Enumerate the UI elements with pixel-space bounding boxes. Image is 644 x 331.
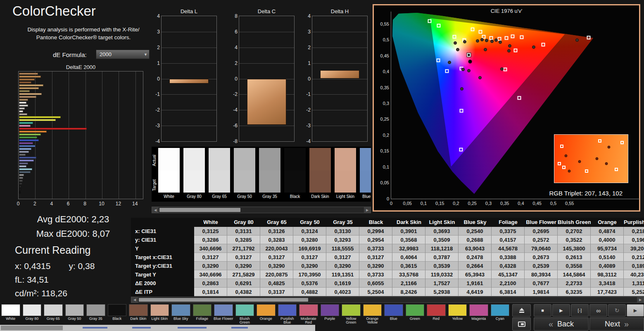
eject-button[interactable] (512, 304, 531, 317)
stop-button[interactable]: ■ (534, 304, 551, 317)
table-cell: 0,4882 (293, 288, 326, 296)
swatch-blue[interactable]: Blue (383, 303, 404, 326)
table-cell: 0,3127 (326, 253, 359, 262)
swatch-black[interactable]: Black (107, 303, 128, 326)
swatch-cyan[interactable]: Cyan (490, 303, 511, 326)
swatch-label: Yellow (447, 317, 468, 321)
swatch-label: Blue (383, 317, 404, 321)
swatch-chip (214, 304, 233, 316)
swatch-orange[interactable]: Orange (255, 303, 277, 326)
table-scrollbar[interactable]: ◀ ▶ (131, 297, 644, 303)
swatch-blue-flower[interactable]: Blue Flower (213, 303, 234, 326)
swatch-moderate-red[interactable]: Moderate Red (298, 303, 319, 326)
swatch-label: Magenta (468, 317, 490, 321)
current-x: x: 0,4315 (15, 261, 50, 271)
measured-point (507, 49, 511, 52)
display-mode-button[interactable] (512, 317, 531, 331)
swatch-chip (406, 304, 425, 316)
table-cell: 6,3235 (558, 288, 591, 296)
table-row: Target x:CIE310,31270,31270,31270,31270,… (131, 253, 644, 262)
table-cell: 0,3388 (492, 253, 525, 262)
range-button[interactable]: [-] (571, 304, 589, 317)
table-cell: 0,3615 (392, 262, 425, 270)
swatch-label: Blue Flower (213, 317, 234, 321)
scroll-right-button[interactable]: ▶ (364, 207, 371, 213)
swatch-chip (469, 304, 488, 316)
swatch-white[interactable]: White (0, 303, 21, 326)
panel-toggle-button[interactable]: ▶ (627, 304, 644, 317)
swatch-chip (44, 304, 63, 316)
next-button[interactable]: Next » (589, 317, 644, 331)
swatch-chip (235, 304, 254, 316)
swatch-bluish-green[interactable]: Bluish Green (234, 303, 256, 326)
swatch-magenta[interactable]: Magenta (468, 303, 490, 326)
swatch-purple[interactable]: Purple (319, 303, 341, 326)
table-cell: 118,1218 (425, 244, 459, 253)
axis-tick-label: 2 (227, 60, 238, 66)
patch-strip-scrollbar[interactable]: ◀ ▶ (152, 207, 371, 213)
axis-tick-label: -2 (149, 107, 160, 113)
table-cell: 5,2523 (624, 288, 644, 296)
table-cell: 0,3285 (227, 236, 260, 244)
patch-label: Gray 65 (209, 193, 230, 200)
swatch-yellow[interactable]: Yellow (447, 303, 468, 326)
axis-tick-label: 0,35 (499, 201, 511, 206)
swatch-light-skin[interactable]: Light Skin (149, 303, 171, 326)
patch-swatch (335, 148, 356, 193)
measured-point (454, 41, 457, 45)
loop-button[interactable]: ∞ (589, 304, 607, 317)
measured-point (461, 68, 465, 71)
swatch-blue-sky[interactable]: Blue Sky (170, 303, 192, 326)
scrollbar-thumb[interactable] (139, 298, 308, 302)
table-cell: 145,3800 (558, 244, 591, 253)
table-cell: 0,5140 (591, 253, 624, 262)
table-cell: 4,6419 (459, 288, 492, 296)
swatch-gray-80[interactable]: Gray 80 (21, 303, 43, 326)
swatch-gray-50[interactable]: Gray 50 (64, 303, 86, 326)
swatch-gray-65[interactable]: Gray 65 (43, 303, 64, 326)
deltae-bar (19, 145, 36, 147)
patch-label: Gray 80 (183, 193, 205, 200)
axis-tick-label: 0,5 (376, 37, 389, 42)
swatch-gray-35[interactable]: Gray 35 (85, 303, 107, 326)
patch-swatch (309, 148, 331, 193)
back-chevron-icon: « (549, 319, 553, 329)
swatch-purplish-blue[interactable]: Purplish Blue (277, 303, 298, 326)
axis-tick-label: 0,35 (376, 85, 389, 90)
inset-target-point (585, 169, 588, 173)
swatch-red[interactable]: Red (425, 303, 447, 326)
target-point (436, 58, 440, 62)
patch-swatch (158, 148, 180, 193)
scroll-right-button[interactable]: ▶ (637, 297, 644, 302)
column-header: Dark Skin (392, 218, 425, 227)
swatch-orange-yellow[interactable]: Orange Yellow (362, 303, 383, 326)
swatch-dark-skin[interactable]: Dark Skin (128, 303, 149, 326)
description-line1: Display analysis is performed with the X… (28, 26, 140, 33)
scroll-left-button[interactable]: ◀ (152, 207, 159, 213)
scrollbar-thumb[interactable] (159, 208, 240, 212)
back-button[interactable]: « Back (534, 317, 589, 331)
swatch-foliage[interactable]: Foliage (192, 303, 213, 326)
swatch-yellow-green[interactable]: Yellow Green (340, 303, 362, 326)
patch-label: Dark Skin (309, 193, 331, 200)
table-cell: 271,5829 (227, 270, 260, 279)
target-point (504, 67, 507, 71)
patch-label: Black (284, 193, 306, 200)
inset-measured-point (607, 146, 610, 149)
eject-icon (519, 308, 524, 313)
de-formula-dropdown[interactable]: 2000 ▼ (96, 50, 150, 59)
deltae-bar (19, 160, 34, 162)
play-button[interactable]: ▶ (552, 304, 570, 317)
gridline (69, 71, 69, 199)
scroll-left-button[interactable]: ◀ (131, 297, 138, 302)
deltae-bar (19, 81, 31, 83)
play-icon: ▶ (559, 308, 563, 313)
table-cell: 0,4023 (326, 288, 359, 296)
axis-tick-label: 0,4 (376, 69, 389, 74)
refresh-button[interactable]: ↻ (608, 304, 626, 317)
gridline (162, 48, 216, 48)
swatch-green[interactable]: Green (404, 303, 426, 326)
gridline (239, 32, 294, 32)
table-cell: 0,1619 (326, 279, 359, 288)
swatch-chip (384, 304, 403, 316)
